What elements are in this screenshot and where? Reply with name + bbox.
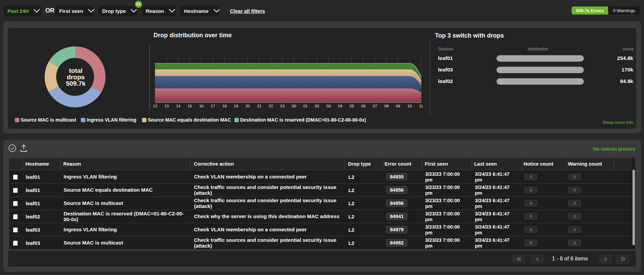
svg-text:01: 01 [303,104,308,108]
svg-text:17: 17 [211,104,215,108]
svg-text:21: 21 [257,104,261,108]
svg-text:09: 09 [396,104,400,108]
svg-text:20: 20 [246,104,250,108]
svg-text:19: 19 [234,104,238,108]
svg-text:12: 12 [153,104,157,108]
svg-text:16: 16 [199,104,204,108]
svg-text:11: 11 [419,104,423,108]
svg-text:18: 18 [222,104,227,108]
svg-text:08: 08 [384,104,389,108]
svg-text:15: 15 [188,104,192,108]
svg-text:07: 07 [373,104,377,108]
svg-text:14: 14 [176,104,180,108]
svg-text:13: 13 [164,104,169,108]
svg-text:06: 06 [361,104,366,108]
svg-text:02: 02 [315,104,319,108]
svg-text:00: 00 [292,104,296,108]
svg-text:05: 05 [350,104,354,108]
svg-text:04: 04 [338,104,342,108]
svg-text:03: 03 [326,104,331,108]
svg-text:22: 22 [269,104,273,108]
svg-text:10: 10 [408,104,412,108]
svg-text:23: 23 [280,104,284,108]
